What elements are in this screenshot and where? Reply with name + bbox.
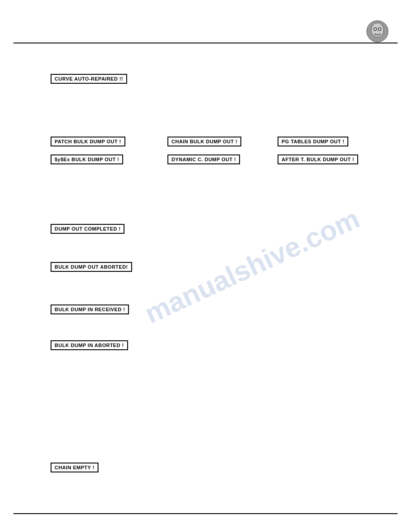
bulk-dump-in-received-label: BULK DUMP IN RECEIVED ! <box>51 305 129 314</box>
top-divider <box>13 43 398 43</box>
svg-point-5 <box>379 28 381 30</box>
logo-area <box>366 20 391 45</box>
after-t-bulk-dump-out-label: AFTER T. BULK DUMP OUT ! <box>278 154 358 164</box>
dump-out-completed-label: DUMP OUT COMPLETED ! <box>51 224 124 234</box>
svg-point-4 <box>374 28 376 30</box>
sysex-bulk-dump-out-label: $y$Ex BULK DUMP OUT ! <box>51 154 123 164</box>
watermark: manualshive.com <box>140 202 364 330</box>
page-container: CURVE AUTO-REPAIRED !! PATCH BULK DUMP O… <box>0 0 411 532</box>
bottom-divider <box>13 513 398 514</box>
chain-bulk-dump-out-label: CHAIN BULK DUMP OUT ! <box>167 137 241 146</box>
patch-bulk-dump-out-label: PATCH BULK DUMP OUT ! <box>51 137 125 146</box>
chain-empty-label: CHAIN EMPTY ! <box>51 463 98 472</box>
bulk-dump-in-aborted-label: BULK DUMP IN ABORTED ! <box>51 340 128 350</box>
bulk-dump-out-aborted-label: BULK DUMP OUT ABORTED! <box>51 262 132 272</box>
logo-icon <box>366 20 389 43</box>
curve-auto-repaired-label: CURVE AUTO-REPAIRED !! <box>51 74 127 84</box>
dynamic-c-dump-out-label: DYNAMIC C. DUMP OUT ! <box>167 154 240 164</box>
pgtables-dump-out-label: PG TABLES DUMP OUT ! <box>278 137 348 146</box>
